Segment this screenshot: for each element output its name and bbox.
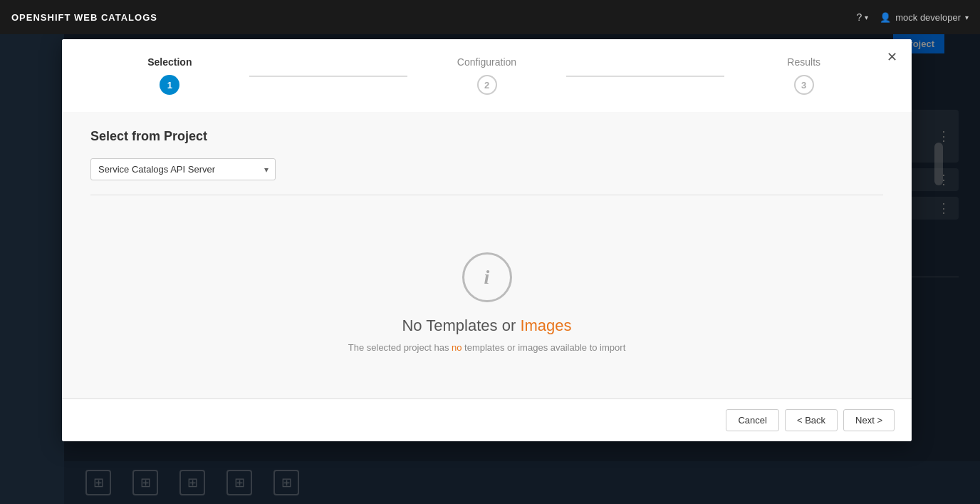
user-chevron: ▾ (965, 14, 969, 21)
project-select-group: Service Catalogs API Server Service Cata… (90, 158, 883, 180)
step-2-label: Configuration (457, 56, 516, 68)
wizard-line-1 (249, 76, 408, 77)
topnav: OPENSHIFT WEB CATALOGS ? ▾ 👤 mock develo… (0, 0, 980, 34)
wizard-steps: Selection 1 Configuration 2 Results (90, 56, 883, 112)
empty-desc-pre: The selected project has (348, 342, 452, 353)
wizard-step-1: Selection 1 (90, 56, 249, 95)
empty-title-highlight: Images (520, 317, 571, 334)
step-2-number: 2 (484, 80, 489, 91)
topnav-right: ? ▾ 👤 mock developer ▾ (856, 11, 969, 23)
help-menu[interactable]: ? ▾ (856, 11, 868, 23)
project-select[interactable]: Service Catalogs API Server Service Cata… (90, 158, 276, 180)
wizard-step-2: Configuration 2 (407, 56, 566, 95)
user-icon: 👤 (880, 12, 891, 23)
brand-title: OPENSHIFT WEB CATALOGS (11, 12, 157, 23)
empty-description: The selected project has no templates or… (348, 342, 626, 353)
modal-body: Select from Project Service Catalogs API… (62, 112, 912, 398)
step-3-label: Results (787, 56, 820, 68)
project-select-wrapper: Service Catalogs API Server Service Cata… (90, 158, 276, 180)
empty-desc-highlight: no (452, 342, 462, 353)
back-button[interactable]: < Back (785, 409, 838, 431)
info-icon-circle: i (462, 252, 512, 302)
step-3-circle: 3 (794, 75, 814, 95)
wizard-modal: ✕ Selection 1 Configuration 2 (62, 39, 912, 441)
step-1-label: Selection (147, 56, 192, 68)
modal-footer: Cancel < Back Next > (62, 398, 912, 441)
section-title: Select from Project (90, 129, 883, 144)
info-icon: i (484, 266, 490, 289)
step-1-number: 1 (167, 80, 172, 91)
user-name: mock developer (895, 12, 961, 23)
step-2-circle: 2 (477, 75, 497, 95)
next-button[interactable]: Next > (843, 409, 895, 431)
modal-close-button[interactable]: ✕ (887, 51, 897, 63)
step-1-circle: 1 (160, 75, 179, 95)
divider (90, 195, 883, 195)
modal-header: ✕ Selection 1 Configuration 2 (62, 39, 912, 112)
empty-title-normal: No Templates or (402, 317, 520, 334)
user-menu[interactable]: 👤 mock developer ▾ (880, 12, 969, 23)
help-icon: ? (856, 11, 862, 23)
cancel-button[interactable]: Cancel (726, 409, 778, 431)
step-3-number: 3 (801, 80, 806, 91)
empty-desc-post: templates or images available to import (462, 342, 625, 353)
empty-title: No Templates or Images (402, 317, 571, 335)
empty-state: i No Templates or Images The selected pr… (90, 210, 883, 381)
help-chevron: ▾ (865, 14, 868, 21)
wizard-line-2 (566, 76, 725, 77)
wizard-step-3: Results 3 (724, 56, 883, 95)
